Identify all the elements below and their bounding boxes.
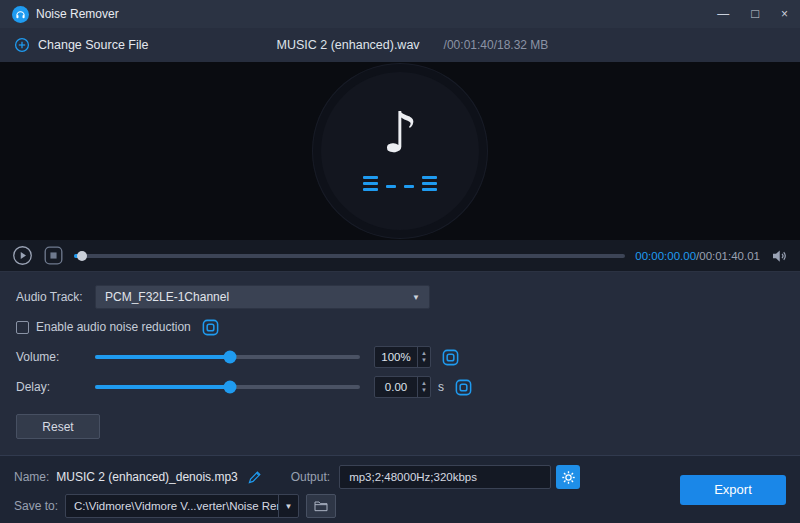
total-time: /00:01:40.01 — [696, 250, 760, 262]
spin-down-button[interactable]: ▼ — [421, 387, 427, 394]
output-settings-button[interactable] — [556, 465, 580, 489]
window-title: Noise Remover — [36, 7, 119, 21]
source-bar: Change Source File MUSIC 2 (enhanced).wa… — [0, 28, 800, 62]
headphones-logo-icon — [12, 6, 29, 23]
source-file-name: MUSIC 2 (enhanced).wav — [276, 38, 419, 52]
delay-fill — [95, 385, 230, 389]
play-icon — [12, 245, 33, 266]
close-button[interactable]: × — [781, 0, 788, 28]
audio-track-value: PCM_F32LE-1Channel — [105, 290, 412, 304]
source-file-meta: /00:01:40/18.32 MB — [444, 38, 549, 52]
player-bar: 00:00:00.00/00:01:40.01 — [0, 240, 800, 272]
album-disc: ♪ — [321, 72, 479, 230]
delay-slider[interactable] — [95, 380, 360, 394]
volume-spin-arrows: ▲ ▼ — [417, 347, 430, 367]
maximize-button[interactable]: □ — [751, 0, 759, 28]
export-button[interactable]: Export — [680, 475, 786, 505]
chevron-down-icon: ▼ — [412, 293, 420, 302]
output-label: Output: — [291, 470, 330, 484]
volume-handle[interactable] — [224, 351, 237, 364]
spin-up-button[interactable]: ▲ — [421, 350, 427, 357]
reset-button[interactable]: Reset — [16, 414, 100, 439]
rename-button[interactable] — [247, 469, 263, 485]
output-name-row: Name: MUSIC 2 (enhanced)_denois.mp3 Outp… — [14, 465, 786, 489]
volume-row: Volume: 100% ▲ ▼ — [16, 344, 784, 370]
volume-value-spinbox[interactable]: 100% ▲ ▼ — [374, 346, 431, 368]
change-source-label: Change Source File — [38, 38, 148, 52]
audio-track-select[interactable]: PCM_F32LE-1Channel ▼ — [95, 285, 430, 309]
current-time: 00:00:00.00 — [635, 250, 696, 262]
save-to-label: Save to: — [14, 499, 58, 513]
pencil-icon — [247, 469, 263, 485]
play-button[interactable] — [12, 245, 33, 266]
audio-track-label: Audio Track: — [16, 290, 95, 304]
save-path-dropdown-button[interactable]: ▼ — [278, 495, 298, 517]
noise-reduction-checkbox[interactable] — [16, 321, 29, 334]
volume-value: 100% — [375, 351, 417, 363]
volume-fill — [95, 355, 230, 359]
app-window: Noise Remover — □ × Change Source File M… — [0, 0, 800, 523]
delay-unit: s — [438, 380, 444, 394]
noise-reduction-apply-button[interactable] — [201, 318, 220, 337]
delay-spin-arrows: ▲ ▼ — [417, 377, 430, 397]
output-file-name: MUSIC 2 (enhanced)_denois.mp3 — [56, 470, 237, 484]
output-format-value: mp3;2;48000Hz;320kbps — [349, 471, 477, 483]
delay-row: Delay: 0.00 ▲ ▼ s — [16, 374, 784, 400]
output-format-box: mp3;2;48000Hz;320kbps — [339, 465, 551, 489]
titlebar: Noise Remover — □ × — [0, 0, 800, 28]
delay-value: 0.00 — [375, 381, 417, 393]
window-controls: — □ × — [717, 0, 788, 28]
save-path-combo[interactable]: C:\Vidmore\Vidmore V...verter\Noise Remo… — [65, 494, 299, 518]
plus-circle-icon — [14, 37, 30, 53]
save-to-row: Save to: C:\Vidmore\Vidmore V...verter\N… — [14, 494, 786, 518]
noise-reduction-row: Enable audio noise reduction — [16, 314, 784, 340]
copy-icon — [441, 348, 460, 367]
name-label: Name: — [14, 470, 49, 484]
save-path-value: C:\Vidmore\Vidmore V...verter\Noise Remo… — [66, 495, 278, 517]
volume-apply-button[interactable] — [441, 348, 460, 367]
controls-panel: Audio Track: PCM_F32LE-1Channel ▼ Enable… — [0, 272, 800, 455]
audio-track-row: Audio Track: PCM_F32LE-1Channel ▼ — [16, 284, 784, 310]
folder-icon — [313, 498, 329, 514]
speaker-icon — [770, 247, 788, 265]
gear-icon — [561, 470, 576, 485]
preview-area: ♪ — [0, 62, 800, 240]
spin-up-button[interactable]: ▲ — [421, 380, 427, 387]
volume-button[interactable] — [770, 247, 788, 265]
footer-bar: Name: MUSIC 2 (enhanced)_denois.mp3 Outp… — [0, 455, 800, 523]
volume-slider[interactable] — [95, 350, 360, 364]
copy-icon — [454, 378, 473, 397]
noise-reduction-label: Enable audio noise reduction — [36, 320, 191, 334]
equalizer-icon — [363, 169, 437, 191]
progress-track — [74, 254, 625, 258]
copy-icon — [201, 318, 220, 337]
change-source-button[interactable]: Change Source File — [14, 37, 148, 53]
delay-handle[interactable] — [224, 381, 237, 394]
spin-down-button[interactable]: ▼ — [421, 357, 427, 364]
delay-label: Delay: — [16, 380, 95, 394]
progress-slider[interactable] — [74, 249, 625, 263]
time-display: 00:00:00.00/00:01:40.01 — [635, 250, 760, 262]
stop-button[interactable] — [43, 245, 64, 266]
stop-icon — [43, 245, 64, 266]
volume-label: Volume: — [16, 350, 95, 364]
browse-folder-button[interactable] — [306, 494, 336, 518]
minimize-button[interactable]: — — [717, 0, 729, 28]
delay-apply-button[interactable] — [454, 378, 473, 397]
progress-handle[interactable] — [77, 251, 87, 261]
delay-value-spinbox[interactable]: 0.00 ▲ ▼ — [374, 376, 431, 398]
music-note-icon: ♪ — [382, 105, 418, 161]
